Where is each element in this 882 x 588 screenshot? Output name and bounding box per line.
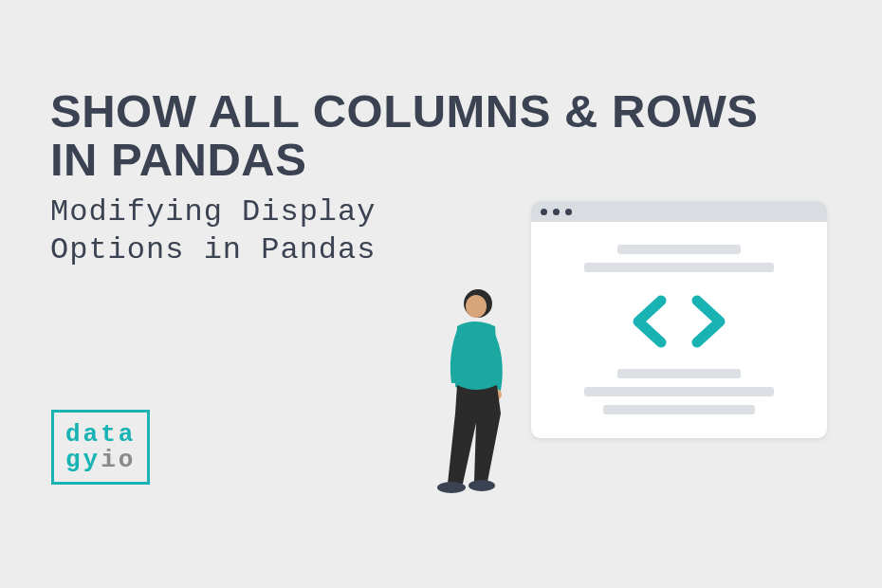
datagy-logo: data gyio (51, 410, 150, 485)
placeholder-line (617, 369, 741, 378)
subtitle-line-2: Options in Pandas (50, 232, 376, 267)
walking-person-illustration (419, 281, 533, 508)
svg-point-4 (437, 482, 466, 493)
placeholder-line (603, 405, 755, 414)
svg-point-3 (469, 480, 495, 491)
logo-text-bottom-right: io (101, 446, 136, 474)
subtitle-line-1: Modifying Display (50, 194, 376, 230)
placeholder-text-top (584, 245, 774, 272)
logo-text-bottom: gyio (65, 448, 136, 473)
browser-title-bar (531, 201, 827, 222)
title-line-2: IN PANDAS (50, 134, 306, 185)
logo-text-bottom-left: gy (65, 446, 101, 474)
placeholder-text-bottom (584, 369, 774, 414)
main-title: SHOW ALL COLUMNS & ROWS IN PANDAS (50, 87, 758, 184)
svg-point-1 (466, 295, 487, 318)
title-line-1: SHOW ALL COLUMNS & ROWS (50, 85, 758, 137)
window-control-dot (553, 209, 560, 215)
logo-text-top: data (65, 422, 136, 448)
browser-content (531, 222, 827, 414)
placeholder-line (617, 245, 741, 254)
placeholder-line (584, 387, 774, 396)
placeholder-line (584, 263, 774, 272)
browser-window-illustration (531, 201, 827, 438)
window-control-dot (565, 209, 572, 215)
window-control-dot (541, 209, 547, 215)
code-brackets-icon (631, 295, 727, 348)
